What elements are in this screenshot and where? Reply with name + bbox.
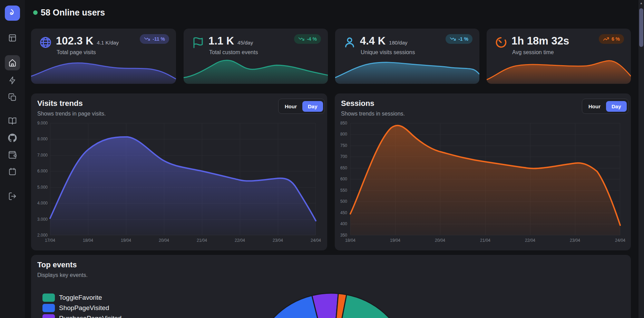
x-tick: 21/04: [475, 238, 496, 243]
legend-label: ToggleFavorite: [59, 294, 102, 301]
sessions-interval-toggle: Hour Day: [582, 99, 628, 114]
copy-icon[interactable]: [8, 93, 17, 102]
toggle-hour-button[interactable]: Hour: [584, 101, 605, 112]
zap-icon[interactable]: [8, 76, 17, 85]
panel-subtitle: Shows trends in page visits.: [37, 111, 106, 117]
y-tick: 8.000: [32, 137, 48, 141]
pulse-logo-icon: [8, 9, 17, 18]
y-tick: 700: [335, 154, 347, 159]
visits-area-chart: [50, 123, 316, 235]
legend-item[interactable]: ToggleFavorite: [42, 294, 102, 302]
y-tick: 6.000: [32, 169, 48, 173]
y-tick: 550: [335, 188, 347, 193]
y-tick: 500: [335, 199, 347, 204]
y-tick: 5.000: [32, 185, 48, 190]
scrollbar-thumb[interactable]: [639, 8, 643, 47]
trending-down-icon: [450, 36, 456, 42]
sessions-area-chart: [350, 123, 620, 235]
x-tick: 23/04: [565, 238, 585, 243]
legend-swatch-purple: [42, 314, 55, 318]
stat-card-total-page-visits: 102.3 K 4.1 K/day Total page visits -11 …: [31, 29, 176, 84]
trend-badge: -4 %: [294, 34, 321, 44]
toggle-hour-button[interactable]: Hour: [280, 101, 302, 112]
stat-label: Total custom events: [209, 49, 258, 56]
legend-swatch-teal: [42, 294, 55, 302]
trend-badge: -1 %: [446, 34, 472, 44]
stat-label: Avg session time: [512, 49, 554, 56]
legend-label: ShopPageVisited: [59, 304, 109, 312]
stat-label: Total page visits: [57, 49, 96, 56]
y-tick: 7.000: [32, 153, 48, 158]
logout-icon[interactable]: [8, 192, 17, 201]
sessions-panel: Sessions Shows trends in sessions. Hour …: [335, 93, 631, 250]
y-tick: 750: [335, 143, 347, 148]
x-tick: 22/04: [520, 238, 540, 243]
y-tick: 800: [335, 132, 347, 137]
github-icon[interactable]: [8, 133, 17, 142]
stat-card-total-custom-events: 1.1 K 45/day Total custom events -4 %: [184, 29, 328, 84]
sidebar: [0, 0, 25, 318]
x-tick: 17/04: [40, 238, 60, 243]
y-tick: 3.000: [32, 217, 48, 222]
legend-item[interactable]: PurchasePageVisited: [42, 314, 121, 318]
toggle-day-button[interactable]: Day: [302, 101, 323, 112]
panel-title: Top events: [37, 260, 77, 269]
x-tick: 19/04: [116, 238, 136, 243]
sparkline-custom-events: [184, 56, 328, 84]
sparkline-page-visits: [31, 56, 176, 84]
flag-icon: [192, 36, 204, 49]
x-tick: 19/04: [385, 238, 406, 243]
panel-subtitle: Displays key events.: [37, 272, 88, 278]
x-tick: 22/04: [230, 238, 250, 243]
calendar-icon[interactable]: [8, 167, 17, 176]
stat-value: 4.4 K: [360, 35, 386, 47]
x-tick: 23/04: [267, 238, 288, 243]
home-icon: [8, 58, 17, 67]
stat-per-day: 45/day: [237, 40, 253, 46]
stat-card-avg-session-time: 1h 18m 32s Avg session time 6 %: [487, 29, 631, 84]
app-logo[interactable]: [5, 6, 20, 21]
panel-subtitle: Shows trends in sessions.: [341, 111, 405, 117]
panel-title: Visits trends: [37, 99, 83, 108]
sidebar-item-home[interactable]: [5, 55, 20, 70]
wallet-icon[interactable]: [8, 150, 17, 159]
y-tick: 9.000: [32, 121, 48, 126]
x-tick: 18/04: [340, 238, 361, 243]
vertical-scrollbar[interactable]: ▲: [638, 0, 644, 318]
scroll-up-arrow[interactable]: ▲: [638, 0, 644, 6]
y-tick: 450: [335, 210, 347, 215]
x-tick: 24/04: [305, 238, 326, 243]
user-icon: [343, 36, 356, 49]
sparkline-unique-visits: [335, 56, 479, 84]
x-tick: 20/04: [430, 238, 450, 243]
x-tick: 18/04: [78, 238, 98, 243]
y-tick: 350: [335, 233, 347, 238]
panel-title: Sessions: [341, 99, 374, 108]
x-tick: 21/04: [192, 238, 212, 243]
trend-badge: -11 %: [140, 34, 169, 44]
x-tick: 24/04: [610, 238, 631, 243]
y-tick: 650: [335, 166, 347, 170]
y-tick: 2.000: [32, 233, 48, 238]
legend-label: PurchasePageVisited: [59, 315, 121, 318]
timer-icon: [495, 36, 507, 49]
trending-down-icon: [144, 36, 150, 42]
top-events-pie-chart: [245, 292, 418, 318]
visits-interval-toggle: Hour Day: [278, 99, 325, 114]
visits-trends-panel: Visits trends Shows trends in page visit…: [31, 93, 327, 250]
toggle-day-button[interactable]: Day: [606, 101, 627, 112]
book-open-icon[interactable]: [8, 117, 17, 126]
trending-up-icon: [603, 36, 609, 42]
legend-item[interactable]: ShopPageVisited: [42, 304, 109, 312]
stat-label: Unique visits sessions: [361, 49, 415, 56]
trend-badge: 6 %: [599, 34, 624, 44]
sparkline-session-time: [487, 56, 631, 84]
online-status-dot: [33, 10, 38, 15]
stat-value: 1.1 K: [208, 35, 234, 47]
legend-swatch-blue: [42, 304, 55, 312]
stat-per-day: 4.1 K/day: [97, 40, 119, 46]
stat-per-day: 180/day: [389, 40, 407, 46]
globe-icon: [39, 36, 52, 49]
panels-icon[interactable]: [8, 33, 17, 42]
y-tick: 400: [335, 221, 347, 226]
